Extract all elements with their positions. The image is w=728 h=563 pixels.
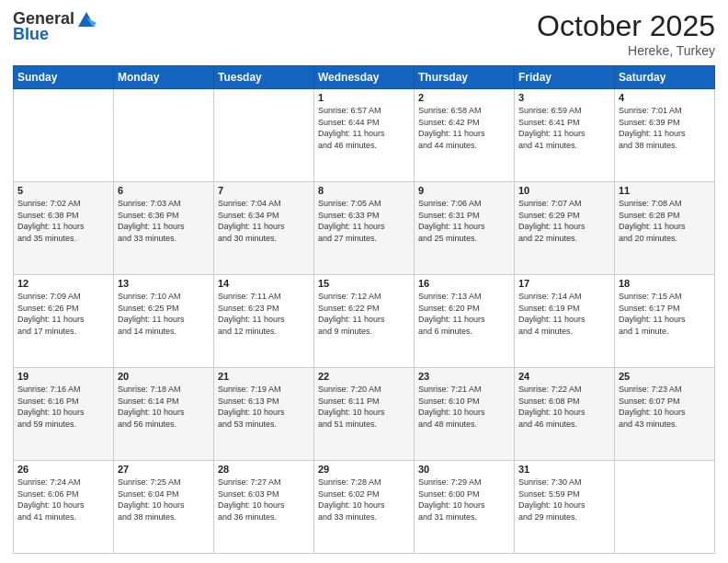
calendar-cell: 17Sunrise: 7:14 AM Sunset: 6:19 PM Dayli…	[515, 275, 615, 368]
calendar-cell: 9Sunrise: 7:06 AM Sunset: 6:31 PM Daylig…	[415, 182, 515, 275]
calendar-cell: 4Sunrise: 7:01 AM Sunset: 6:39 PM Daylig…	[615, 89, 715, 182]
day-number: 21	[218, 371, 310, 382]
calendar-cell: 8Sunrise: 7:05 AM Sunset: 6:33 PM Daylig…	[314, 182, 415, 275]
calendar-cell: 1Sunrise: 6:57 AM Sunset: 6:44 PM Daylig…	[314, 89, 415, 182]
calendar-cell: 16Sunrise: 7:13 AM Sunset: 6:20 PM Dayli…	[415, 275, 515, 368]
day-number: 5	[17, 185, 109, 196]
calendar-cell: 19Sunrise: 7:16 AM Sunset: 6:16 PM Dayli…	[14, 368, 114, 461]
title-section: October 2025 Hereke, Turkey	[537, 9, 715, 58]
day-info: Sunrise: 7:05 AM Sunset: 6:33 PM Dayligh…	[318, 198, 410, 244]
day-number: 10	[518, 185, 610, 196]
day-info: Sunrise: 7:19 AM Sunset: 6:13 PM Dayligh…	[218, 384, 310, 430]
weekday-header-tuesday: Tuesday	[214, 66, 314, 89]
day-number: 15	[318, 278, 410, 289]
calendar-cell: 29Sunrise: 7:28 AM Sunset: 6:02 PM Dayli…	[314, 461, 415, 554]
calendar-week-1: 1Sunrise: 6:57 AM Sunset: 6:44 PM Daylig…	[14, 89, 715, 182]
calendar-cell: 13Sunrise: 7:10 AM Sunset: 6:25 PM Dayli…	[114, 275, 214, 368]
calendar-cell: 10Sunrise: 7:07 AM Sunset: 6:29 PM Dayli…	[515, 182, 615, 275]
calendar-week-4: 19Sunrise: 7:16 AM Sunset: 6:16 PM Dayli…	[14, 368, 715, 461]
day-info: Sunrise: 7:09 AM Sunset: 6:26 PM Dayligh…	[17, 291, 109, 337]
day-info: Sunrise: 7:08 AM Sunset: 6:28 PM Dayligh…	[619, 198, 711, 244]
day-number: 19	[17, 371, 109, 382]
day-number: 26	[17, 464, 109, 475]
month-title: October 2025	[537, 9, 715, 43]
day-info: Sunrise: 7:24 AM Sunset: 6:06 PM Dayligh…	[17, 477, 109, 523]
day-info: Sunrise: 7:23 AM Sunset: 6:07 PM Dayligh…	[619, 384, 711, 430]
weekday-header-monday: Monday	[114, 66, 214, 89]
calendar-cell: 31Sunrise: 7:30 AM Sunset: 5:59 PM Dayli…	[515, 461, 615, 554]
calendar-cell: 30Sunrise: 7:29 AM Sunset: 6:00 PM Dayli…	[415, 461, 515, 554]
day-number: 12	[17, 278, 109, 289]
day-info: Sunrise: 6:59 AM Sunset: 6:41 PM Dayligh…	[518, 105, 610, 151]
calendar-cell: 27Sunrise: 7:25 AM Sunset: 6:04 PM Dayli…	[114, 461, 214, 554]
day-info: Sunrise: 7:21 AM Sunset: 6:10 PM Dayligh…	[418, 384, 510, 430]
location-title: Hereke, Turkey	[537, 43, 715, 58]
day-number: 23	[418, 371, 510, 382]
calendar-cell: 12Sunrise: 7:09 AM Sunset: 6:26 PM Dayli…	[14, 275, 114, 368]
calendar-week-5: 26Sunrise: 7:24 AM Sunset: 6:06 PM Dayli…	[14, 461, 715, 554]
calendar-cell: 24Sunrise: 7:22 AM Sunset: 6:08 PM Dayli…	[515, 368, 615, 461]
day-info: Sunrise: 7:30 AM Sunset: 5:59 PM Dayligh…	[518, 477, 610, 523]
day-info: Sunrise: 7:29 AM Sunset: 6:00 PM Dayligh…	[418, 477, 510, 523]
calendar-cell: 25Sunrise: 7:23 AM Sunset: 6:07 PM Dayli…	[615, 368, 715, 461]
day-number: 11	[619, 185, 711, 196]
day-info: Sunrise: 7:15 AM Sunset: 6:17 PM Dayligh…	[619, 291, 711, 337]
day-number: 31	[518, 464, 610, 475]
calendar-week-2: 5Sunrise: 7:02 AM Sunset: 6:38 PM Daylig…	[14, 182, 715, 275]
calendar-cell: 21Sunrise: 7:19 AM Sunset: 6:13 PM Dayli…	[214, 368, 314, 461]
day-number: 9	[418, 185, 510, 196]
day-info: Sunrise: 7:06 AM Sunset: 6:31 PM Dayligh…	[418, 198, 510, 244]
day-info: Sunrise: 7:13 AM Sunset: 6:20 PM Dayligh…	[418, 291, 510, 337]
weekday-header-wednesday: Wednesday	[314, 66, 415, 89]
day-number: 7	[218, 185, 310, 196]
calendar-cell: 3Sunrise: 6:59 AM Sunset: 6:41 PM Daylig…	[515, 89, 615, 182]
day-number: 2	[418, 92, 510, 103]
day-number: 29	[318, 464, 410, 475]
weekday-header-friday: Friday	[515, 66, 615, 89]
day-number: 16	[418, 278, 510, 289]
day-number: 22	[318, 371, 410, 382]
day-info: Sunrise: 6:58 AM Sunset: 6:42 PM Dayligh…	[418, 105, 510, 151]
day-info: Sunrise: 7:04 AM Sunset: 6:34 PM Dayligh…	[218, 198, 310, 244]
day-number: 6	[118, 185, 210, 196]
calendar-cell: 2Sunrise: 6:58 AM Sunset: 6:42 PM Daylig…	[415, 89, 515, 182]
day-info: Sunrise: 7:10 AM Sunset: 6:25 PM Dayligh…	[118, 291, 210, 337]
calendar-cell: 15Sunrise: 7:12 AM Sunset: 6:22 PM Dayli…	[314, 275, 415, 368]
day-info: Sunrise: 7:11 AM Sunset: 6:23 PM Dayligh…	[218, 291, 310, 337]
day-number: 1	[318, 92, 410, 103]
weekday-header-saturday: Saturday	[615, 66, 715, 89]
day-info: Sunrise: 7:03 AM Sunset: 6:36 PM Dayligh…	[118, 198, 210, 244]
calendar-cell: 23Sunrise: 7:21 AM Sunset: 6:10 PM Dayli…	[415, 368, 515, 461]
day-info: Sunrise: 7:20 AM Sunset: 6:11 PM Dayligh…	[318, 384, 410, 430]
calendar-cell: 20Sunrise: 7:18 AM Sunset: 6:14 PM Dayli…	[114, 368, 214, 461]
day-info: Sunrise: 7:16 AM Sunset: 6:16 PM Dayligh…	[17, 384, 109, 430]
calendar-cell: 18Sunrise: 7:15 AM Sunset: 6:17 PM Dayli…	[615, 275, 715, 368]
day-number: 24	[518, 371, 610, 382]
day-number: 14	[218, 278, 310, 289]
weekday-header-sunday: Sunday	[14, 66, 114, 89]
page: General Blue October 2025 Hereke, Turkey…	[0, 0, 728, 563]
calendar-cell: 6Sunrise: 7:03 AM Sunset: 6:36 PM Daylig…	[114, 182, 214, 275]
day-number: 20	[118, 371, 210, 382]
day-info: Sunrise: 6:57 AM Sunset: 6:44 PM Dayligh…	[318, 105, 410, 151]
calendar-cell: 14Sunrise: 7:11 AM Sunset: 6:23 PM Dayli…	[214, 275, 314, 368]
logo: General Blue	[13, 9, 98, 44]
weekday-header-thursday: Thursday	[415, 66, 515, 89]
calendar-cell: 5Sunrise: 7:02 AM Sunset: 6:38 PM Daylig…	[14, 182, 114, 275]
day-number: 3	[518, 92, 610, 103]
day-info: Sunrise: 7:14 AM Sunset: 6:19 PM Dayligh…	[518, 291, 610, 337]
day-number: 17	[518, 278, 610, 289]
header: General Blue October 2025 Hereke, Turkey	[13, 9, 715, 58]
logo-icon	[76, 10, 97, 29]
day-info: Sunrise: 7:18 AM Sunset: 6:14 PM Dayligh…	[118, 384, 210, 430]
day-number: 28	[218, 464, 310, 475]
day-info: Sunrise: 7:02 AM Sunset: 6:38 PM Dayligh…	[17, 198, 109, 244]
calendar-cell	[214, 89, 314, 182]
calendar-cell	[114, 89, 214, 182]
calendar-table: SundayMondayTuesdayWednesdayThursdayFrid…	[13, 65, 715, 554]
day-number: 8	[318, 185, 410, 196]
calendar-cell	[615, 461, 715, 554]
logo-text: General Blue	[13, 9, 98, 44]
day-info: Sunrise: 7:25 AM Sunset: 6:04 PM Dayligh…	[118, 477, 210, 523]
day-number: 4	[619, 92, 711, 103]
